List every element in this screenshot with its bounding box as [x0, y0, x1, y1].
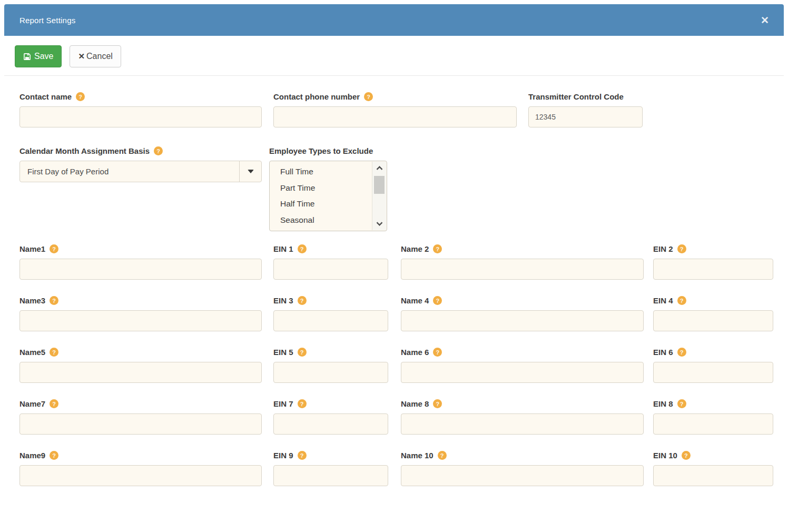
help-icon[interactable]: ? [50, 244, 58, 253]
ein3-input[interactable] [273, 310, 388, 331]
ein8-input[interactable] [653, 413, 773, 435]
ein6-input[interactable] [653, 362, 773, 383]
help-icon[interactable]: ? [50, 296, 58, 305]
contact-phone-input[interactable] [273, 106, 517, 127]
help-icon[interactable]: ? [433, 296, 442, 305]
save-button-label: Save [34, 52, 53, 61]
contact-row: Contact name ? Contact phone number ? Tr… [19, 92, 784, 127]
transmitter-control-code-input[interactable] [528, 106, 643, 127]
save-floppy-icon [23, 53, 31, 61]
help-icon[interactable]: ? [677, 399, 686, 408]
contact-phone-field: Contact phone number ? [273, 92, 517, 127]
cancel-button[interactable]: ✕ Cancel [70, 45, 121, 67]
contact-name-label: Contact name ? [19, 92, 262, 102]
name5-field: Name5? [19, 347, 262, 383]
ein5-input[interactable] [273, 362, 388, 383]
close-icon: ✕ [761, 15, 769, 26]
ein1-input[interactable] [273, 259, 388, 280]
name1-field: Name1? [19, 244, 262, 280]
report-settings-modal: Report Settings ✕ Save ✕ Cancel [4, 4, 784, 486]
contact-name-input[interactable] [19, 106, 262, 127]
name10-input[interactable] [401, 465, 644, 486]
list-item[interactable]: Full Time [270, 164, 371, 180]
help-icon[interactable]: ? [50, 451, 58, 460]
name4-input[interactable] [401, 310, 644, 331]
ein4-input[interactable] [653, 310, 773, 331]
select-caret-button[interactable] [239, 161, 261, 182]
name-ein-row-4: Name7? EIN 7? Name 8? EIN 8? [19, 399, 784, 435]
ein8-field: EIN 8? [653, 399, 773, 435]
scroll-down-button[interactable] [372, 217, 386, 230]
ein1-field: EIN 1? [273, 244, 388, 280]
modal-title: Report Settings [19, 16, 75, 25]
scroll-up-button[interactable] [372, 162, 386, 175]
list-item[interactable]: Part Time [270, 180, 371, 196]
help-icon[interactable]: ? [154, 146, 163, 155]
ein2-field: EIN 2? [653, 244, 773, 280]
help-icon[interactable]: ? [364, 92, 373, 101]
name3-field: Name3? [19, 295, 262, 331]
cancel-x-icon: ✕ [78, 52, 85, 61]
help-icon[interactable]: ? [298, 399, 307, 408]
listbox-scrollbar[interactable] [372, 162, 386, 230]
ein7-input[interactable] [273, 413, 388, 435]
help-icon[interactable]: ? [438, 451, 447, 460]
scrollbar-thumb[interactable] [374, 176, 385, 194]
name5-input[interactable] [19, 362, 262, 383]
ein9-input[interactable] [273, 465, 388, 486]
help-icon[interactable]: ? [682, 451, 691, 460]
name-ein-row-1: Name1? EIN 1? Name 2? EIN 2? [19, 244, 784, 280]
contact-phone-label: Contact phone number ? [273, 92, 517, 102]
help-icon[interactable]: ? [677, 348, 686, 357]
name-ein-row-3: Name5? EIN 5? Name 6? EIN 6? [19, 347, 784, 383]
employee-types-listbox[interactable]: Full Time Part Time Half Time Seasonal [269, 161, 387, 231]
transmitter-control-code-label: Transmitter Control Code [528, 92, 643, 102]
list-item[interactable]: Seasonal [270, 212, 371, 229]
name3-input[interactable] [19, 310, 262, 331]
help-icon[interactable]: ? [298, 296, 307, 305]
name9-field: Name9? [19, 450, 262, 486]
name2-field: Name 2? [401, 244, 644, 280]
transmitter-control-code-field: Transmitter Control Code [528, 92, 643, 127]
help-icon[interactable]: ? [433, 399, 442, 408]
employee-types-exclude-label: Employee Types to Exclude [269, 146, 387, 156]
name9-input[interactable] [19, 465, 262, 486]
chevron-up-icon [376, 166, 383, 173]
ein9-field: EIN 9? [273, 450, 388, 486]
contact-name-field: Contact name ? [19, 92, 262, 127]
help-icon[interactable]: ? [677, 296, 686, 305]
help-icon[interactable]: ? [50, 348, 58, 357]
help-icon[interactable]: ? [298, 244, 307, 253]
help-icon[interactable]: ? [433, 244, 442, 253]
scrollbar-track[interactable] [372, 175, 386, 217]
options-row: Calendar Month Assignment Basis ? First … [19, 146, 784, 231]
save-button[interactable]: Save [15, 45, 62, 67]
help-icon[interactable]: ? [298, 348, 307, 357]
help-icon[interactable]: ? [50, 399, 58, 408]
employee-types-exclude-field: Employee Types to Exclude Full Time Part… [269, 146, 387, 231]
help-icon[interactable]: ? [76, 92, 85, 101]
name1-input[interactable] [19, 259, 262, 280]
name2-input[interactable] [401, 259, 644, 280]
ein5-field: EIN 5? [273, 347, 388, 383]
ein2-input[interactable] [653, 259, 773, 280]
name7-field: Name7? [19, 399, 262, 435]
name6-field: Name 6? [401, 347, 644, 383]
ein10-input[interactable] [653, 465, 773, 486]
name10-field: Name 10? [401, 450, 644, 486]
list-item[interactable]: Half Time [270, 196, 371, 212]
help-icon[interactable]: ? [433, 348, 442, 357]
chevron-down-icon [248, 170, 254, 173]
chevron-down-icon [376, 220, 383, 226]
name7-input[interactable] [19, 413, 262, 435]
calendar-month-basis-select[interactable]: First Day of Pay Period [19, 161, 262, 182]
close-button[interactable]: ✕ [759, 14, 771, 26]
help-icon[interactable]: ? [677, 244, 686, 253]
help-icon[interactable]: ? [298, 451, 307, 460]
ein10-field: EIN 10? [653, 450, 773, 486]
form-content: Contact name ? Contact phone number ? Tr… [4, 76, 784, 486]
ein3-field: EIN 3? [273, 295, 388, 331]
name6-input[interactable] [401, 362, 644, 383]
ein4-field: EIN 4? [653, 295, 773, 331]
name8-input[interactable] [401, 413, 644, 435]
